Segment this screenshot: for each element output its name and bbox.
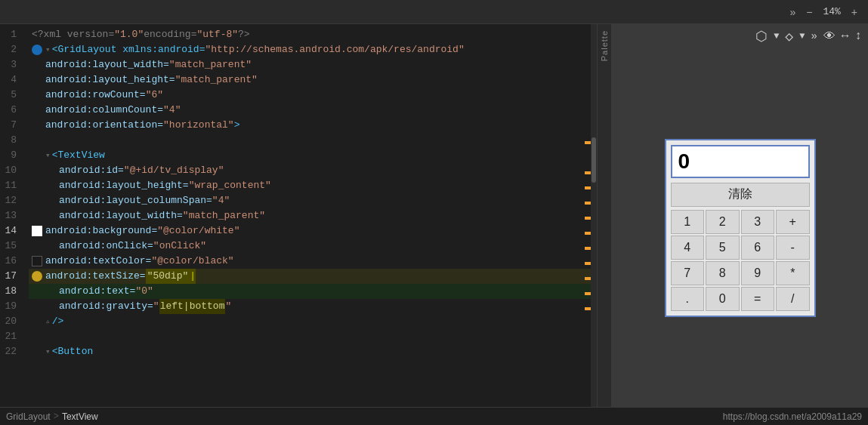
editor-scrollbar[interactable] [591, 24, 597, 407]
calc-btn-divide[interactable]: / [776, 287, 810, 311]
calculator-display: 0 [671, 145, 810, 178]
code-token: > [234, 118, 240, 133]
calc-btn-minus[interactable]: - [776, 236, 810, 260]
preview-area: 0 清除 1 2 3 + 4 5 6 - 7 8 9 * . [612, 48, 868, 407]
vertical-arrows-icon[interactable]: ↕ [854, 29, 862, 43]
code-token: <GridLayout xmlns:android= [52, 42, 205, 57]
fold-icon[interactable]: ▾ [45, 148, 51, 163]
line-numbers: 1 2 3 4 5 6 7 8 9 10 11 12 13 14 15 16 1… [0, 24, 29, 407]
calc-btn-9[interactable]: 9 [741, 261, 775, 285]
horizontal-arrows-icon[interactable]: ↔ [842, 29, 849, 43]
code-token: "wrap_content" [189, 178, 271, 193]
calc-btn-4[interactable]: 4 [671, 236, 705, 260]
code-token: /> [52, 314, 64, 329]
code-token: android:rowCount= [45, 88, 146, 103]
code-line: android:onClick="onClick" [29, 239, 591, 254]
code-token: <?xml version= [32, 27, 114, 42]
code-token: android:columnCount= [45, 103, 163, 118]
fold-icon[interactable]: ▾ [45, 344, 51, 359]
toolbar-icons: » − 14% + [786, 5, 860, 20]
breadcrumb-textview[interactable]: TextView [62, 411, 98, 422]
calc-btn-0[interactable]: 0 [706, 287, 740, 311]
code-token: android:onClick= [59, 239, 153, 254]
shape-dropdown-icon[interactable]: ▼ [799, 31, 805, 42]
code-line [29, 133, 591, 148]
code-token: "utf-8" [196, 27, 238, 42]
scrollbar-thumb[interactable] [592, 137, 596, 183]
calc-btn-1[interactable]: 1 [671, 210, 705, 234]
calculator-grid: 1 2 3 + 4 5 6 - 7 8 9 * . 0 = / [666, 210, 814, 316]
code-line: android:rowCount="6" [29, 88, 591, 103]
code-token: android:textSize= [45, 269, 146, 284]
code-token: android:gravity= [59, 299, 153, 314]
code-line-18: android:text="0" [29, 284, 591, 299]
code-line: ▵ /> [29, 314, 591, 329]
code-token-highlighted2: left|bottom [159, 299, 226, 314]
code-token: android:id= [59, 163, 124, 178]
code-line: <?xml version="1.0" encoding="utf-8"?> [29, 27, 591, 42]
code-content[interactable]: <?xml version="1.0" encoding="utf-8"?> ▾… [29, 24, 591, 407]
code-token: android:text= [59, 284, 135, 299]
zoom-in-button[interactable]: + [848, 5, 860, 20]
calc-btn-equals[interactable]: = [741, 287, 775, 311]
code-token: "1.0" [114, 27, 144, 42]
code-token: "@color/white" [157, 223, 239, 239]
code-scroll[interactable]: 1 2 3 4 5 6 7 8 9 10 11 12 13 14 15 16 1… [0, 24, 597, 407]
calc-btn-plus[interactable]: + [776, 210, 810, 234]
zoom-level: 14% [823, 6, 840, 17]
panel-toolbar: ⬡ ▼ ◇ ▼ » 👁 ↔ ↕ [612, 24, 868, 48]
code-line: android:gravity="left|bottom" [29, 299, 591, 314]
code-token: "4" [212, 193, 230, 208]
code-line: android:background="@color/white" [29, 223, 591, 239]
more-options-button[interactable]: » [786, 5, 798, 20]
zoom-out-button[interactable]: − [803, 5, 815, 20]
code-line: android:layout_height="match_parent" [29, 72, 591, 88]
code-token: <Button [52, 344, 94, 359]
calc-btn-multiply[interactable]: * [776, 261, 810, 285]
code-line: android:layout_columnSpan="4" [29, 193, 591, 208]
breadcrumb-gridlayout[interactable]: GridLayout [6, 411, 51, 422]
status-url: https://blog.csdn.net/a2009a11a29 [723, 411, 862, 422]
code-cursor: | [190, 269, 196, 284]
eye-icon[interactable]: 👁 [823, 29, 836, 44]
calc-btn-8[interactable]: 8 [706, 261, 740, 285]
code-token: android:textColor= [45, 254, 151, 269]
code-token: android:orientation= [45, 118, 163, 133]
code-line: ▾ <GridLayout xmlns:android="http://sche… [29, 42, 591, 57]
calc-btn-5[interactable]: 5 [706, 236, 740, 260]
code-line: android:id="@+id/tv_display" [29, 163, 591, 178]
dropdown-icon[interactable]: ▼ [774, 31, 779, 42]
main-area: 1 2 3 4 5 6 7 8 9 10 11 12 13 14 15 16 1… [0, 24, 868, 407]
code-token: " [153, 299, 159, 314]
fold-icon[interactable]: ▾ [45, 42, 51, 57]
code-editor: 1 2 3 4 5 6 7 8 9 10 11 12 13 14 15 16 1… [0, 24, 597, 407]
white-color-swatch [32, 226, 42, 236]
code-token: android:layout_height= [59, 178, 189, 193]
code-token: "@+id/tv_display" [124, 163, 224, 178]
code-line [29, 329, 591, 344]
shape-icon[interactable]: ◇ [785, 28, 793, 45]
code-line: android:layout_height="wrap_content" [29, 178, 591, 193]
calc-btn-2[interactable]: 2 [706, 210, 740, 234]
code-token: "horizontal" [163, 118, 234, 133]
calc-btn-6[interactable]: 6 [741, 236, 775, 260]
code-line: android:layout_width="match_parent" [29, 57, 591, 72]
palette-strip: Palette [597, 24, 612, 407]
more-panel-icon[interactable]: » [811, 30, 817, 42]
fold-icon[interactable]: ▵ [45, 314, 51, 329]
code-token: ?> [238, 27, 250, 42]
layer-icon[interactable]: ⬡ [755, 28, 768, 45]
black-color-swatch [32, 256, 42, 266]
calc-btn-dot[interactable]: . [671, 287, 705, 311]
code-line: android:columnCount="4" [29, 103, 591, 118]
calc-btn-3[interactable]: 3 [741, 210, 775, 234]
calculator-widget: 0 清除 1 2 3 + 4 5 6 - 7 8 9 * . [665, 139, 816, 317]
code-token: android:layout_columnSpan= [59, 193, 212, 208]
code-token: "match_parent" [169, 57, 252, 72]
code-token: "0" [135, 284, 153, 299]
code-token: android:background= [45, 223, 157, 239]
dot-blue-icon [32, 45, 42, 55]
calc-btn-7[interactable]: 7 [671, 261, 705, 285]
code-line: android:layout_width="match_parent" [29, 208, 591, 223]
clear-button[interactable]: 清除 [671, 183, 810, 207]
